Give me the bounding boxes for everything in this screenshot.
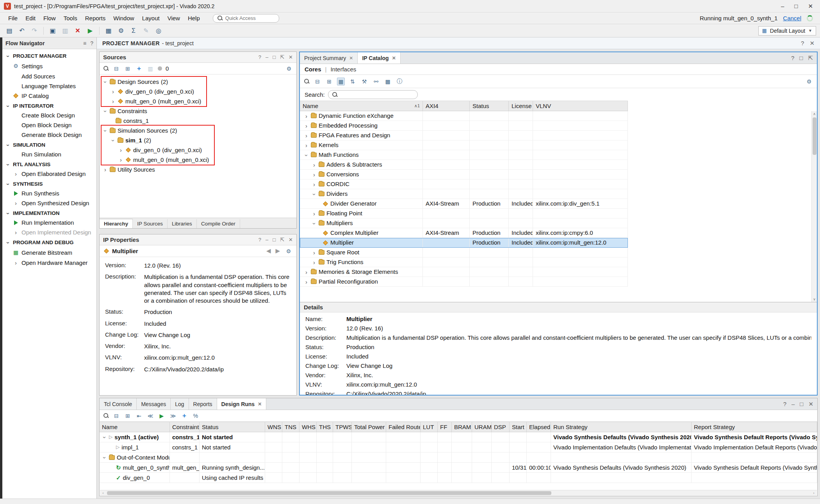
cancel-run-link[interactable]: Cancel	[783, 15, 801, 21]
expand-all-icon[interactable]: ⊞	[124, 65, 132, 73]
detail-status-link[interactable]: Production	[346, 344, 811, 350]
column-header[interactable]: Run Strategy	[551, 422, 692, 432]
flow-nav-section-program-and-debug[interactable]: › PROGRAM AND DEBUG	[2, 237, 96, 247]
search-icon[interactable]	[304, 78, 310, 84]
customize-icon[interactable]: ⚒	[360, 78, 368, 85]
run-icon[interactable]: ▶	[158, 412, 166, 420]
percent-icon[interactable]: %	[192, 412, 200, 420]
float-icon[interactable]: □	[273, 237, 276, 243]
sidebar-item-open-block-design[interactable]: Open Block Design	[2, 120, 96, 130]
catalog-row[interactable]: ›CORDIC	[300, 179, 628, 189]
sidebar-item-ip-catalog[interactable]: IP Catalog	[2, 91, 96, 101]
dock-icon[interactable]: ⇱	[808, 55, 813, 62]
column-header[interactable]: BRAM	[452, 422, 472, 432]
catalog-row[interactable]: ›Kernels	[300, 140, 628, 150]
chevron-down-icon[interactable]: ›	[312, 221, 317, 226]
subtab-interfaces[interactable]: Interfaces	[330, 66, 356, 73]
flow-nav-section-project-manager[interactable]: › PROJECT MANAGER	[2, 51, 96, 60]
sidebar-item-open-synthesized-design[interactable]: › Open Synthesized Design	[2, 198, 96, 208]
maximize-icon[interactable]: □	[794, 3, 798, 10]
menu-view[interactable]: View	[164, 14, 184, 23]
chevron-right-icon[interactable]: ›	[118, 147, 123, 153]
chevron-down-icon[interactable]: ›	[111, 138, 116, 143]
search-icon[interactable]	[103, 413, 109, 419]
chevron-right-icon[interactable]: ›	[13, 229, 18, 235]
subtab-cores[interactable]: Cores	[305, 66, 321, 73]
column-header[interactable]: Total Power	[352, 422, 386, 432]
tab-design-runs[interactable]: Design Runs✕	[217, 398, 267, 410]
chevron-right-icon[interactable]: ›	[118, 157, 123, 163]
column-header[interactable]: Name	[100, 422, 170, 432]
minimize-icon[interactable]: –	[266, 237, 268, 243]
close-icon[interactable]: ✕	[392, 55, 396, 61]
close-icon[interactable]: ✕	[349, 55, 353, 61]
catalog-row-dividers[interactable]: ›Dividers	[300, 189, 628, 199]
chevron-right-icon[interactable]: ›	[304, 279, 309, 285]
taxonomy-view-icon[interactable]: ▦	[337, 78, 345, 85]
column-header-license[interactable]: License	[509, 101, 533, 111]
edit-icon[interactable]: ✎	[141, 26, 152, 36]
tree-item-constrs-1[interactable]: constrs_1	[100, 116, 296, 126]
column-header[interactable]: Failed Routes	[386, 422, 421, 432]
tree-item-simulation-sources[interactable]: › Simulation Sources(2)	[100, 126, 296, 135]
column-header[interactable]: TPWS	[333, 422, 352, 432]
tab-compile-order[interactable]: Compile Order	[197, 219, 240, 228]
collapse-all-icon[interactable]: ⊟	[112, 65, 120, 73]
tab-reports[interactable]: Reports	[189, 398, 217, 410]
help-icon[interactable]: ?	[258, 237, 261, 243]
chevron-right-icon[interactable]: ›	[103, 167, 108, 172]
chevron-right-icon[interactable]: ›	[304, 133, 309, 138]
tree-item-utility-sources[interactable]: › Utility Sources	[100, 165, 296, 174]
catalog-row[interactable]: ›Partial Reconfiguration	[300, 277, 628, 287]
chevron-right-icon[interactable]: ›	[13, 200, 18, 206]
column-header[interactable]: URAM	[472, 422, 492, 432]
column-header-axi4[interactable]: AXI4	[423, 101, 470, 111]
run-row-mult-gen-synth[interactable]: ↻mult_gen_0_synth_1 mult_gen_0 Running s…	[100, 463, 817, 473]
catalog-row[interactable]: ›Square Root	[300, 248, 628, 257]
sidebar-item-generate-bitstream[interactable]: ▦ Generate Bitstream	[2, 247, 96, 258]
gear-icon[interactable]: ⚙	[285, 65, 293, 73]
menu-file[interactable]: File	[5, 14, 21, 23]
dock-icon[interactable]: ⇱	[280, 237, 284, 243]
menu-reports[interactable]: Reports	[82, 14, 109, 23]
chevron-right-icon[interactable]: ›	[13, 171, 18, 177]
chevron-down-icon[interactable]: ›	[102, 435, 108, 440]
catalog-row[interactable]: ›Adders & Subtracters	[300, 160, 628, 170]
minimize-icon[interactable]: –	[266, 54, 268, 60]
chevron-right-icon[interactable]: ›	[304, 142, 309, 148]
tree-item-sim-1[interactable]: › sim_1(2)	[100, 135, 296, 145]
sidebar-item-language-templates[interactable]: Language Templates	[2, 81, 96, 91]
collapse-all-icon[interactable]: ⊟	[112, 412, 120, 420]
run-row-ooc-group[interactable]: ›Out-of-Context Module Runs	[100, 453, 817, 463]
tree-item-constraints[interactable]: › Constraints	[100, 106, 296, 116]
sidebar-item-run-simulation[interactable]: Run Simulation	[2, 149, 96, 159]
column-header[interactable]: Constraints	[170, 422, 200, 432]
column-header[interactable]: FF	[438, 422, 452, 432]
expand-all-icon[interactable]: ⊞	[325, 78, 333, 85]
catalog-row[interactable]: ›Trig Functions	[300, 257, 628, 267]
back-icon[interactable]: ◀	[266, 247, 271, 255]
report-icon[interactable]: ▣	[47, 26, 58, 36]
flow-nav-section-synthesis[interactable]: › SYNTHESIS	[2, 179, 96, 188]
flow-nav-section-rtl-analysis[interactable]: › RTL ANALYSIS	[2, 159, 96, 169]
chevron-right-icon[interactable]: ›	[312, 172, 317, 177]
catalog-row[interactable]: ›Floating Point	[300, 209, 628, 218]
sidebar-item-open-elaborated-design[interactable]: › Open Elaborated Design	[2, 169, 96, 179]
catalog-row[interactable]: ›Conversions	[300, 170, 628, 179]
sidebar-item-generate-block-design[interactable]: Generate Block Design	[2, 130, 96, 140]
menu-edit[interactable]: Edit	[22, 14, 39, 23]
ip-catalog-search-input[interactable]	[340, 92, 406, 98]
catalog-row-multiplier-selected[interactable]: Multiplier ProductionIncludedxilinx.com:…	[300, 238, 628, 248]
search-icon[interactable]	[103, 66, 109, 71]
chevron-right-icon[interactable]: ›	[111, 89, 116, 94]
stop-icon[interactable]: ✕	[72, 26, 83, 36]
help-icon[interactable]: ?	[783, 401, 786, 407]
flow-nav-section-implementation[interactable]: › IMPLEMENTATION	[2, 208, 96, 218]
quick-access-search[interactable]	[213, 14, 279, 23]
redo-icon[interactable]: ↷	[29, 26, 40, 36]
detail-change-log-link[interactable]: View Change Log	[346, 362, 811, 369]
column-header[interactable]: LUT	[421, 422, 438, 432]
float-icon[interactable]: □	[800, 401, 803, 407]
expand-all-icon[interactable]: ⊞	[124, 412, 132, 420]
flow-nav-section-simulation[interactable]: › SIMULATION	[2, 140, 96, 149]
